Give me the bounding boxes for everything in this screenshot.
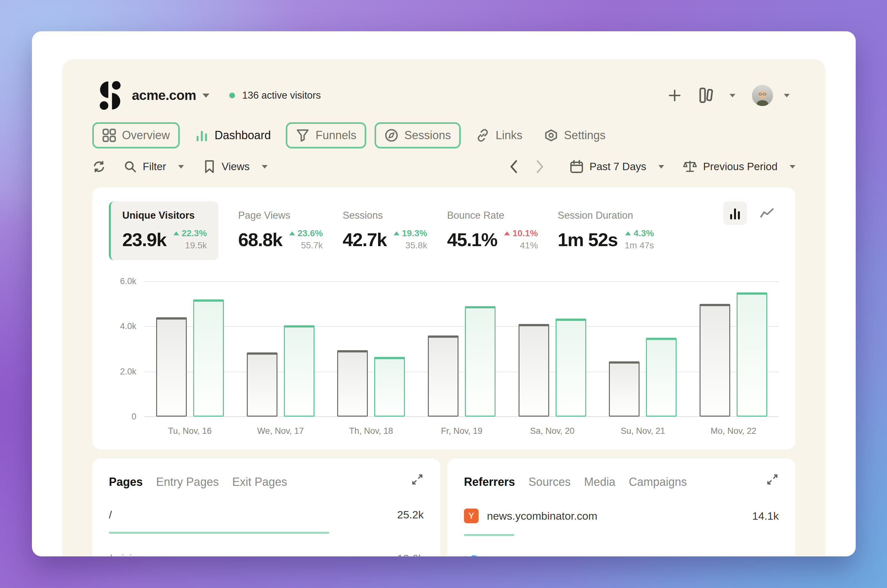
line-chart-icon bbox=[759, 206, 775, 220]
metric-delta: 22.3% bbox=[182, 228, 207, 238]
bar-previous-period[interactable] bbox=[428, 336, 459, 417]
nav-label: Sessions bbox=[404, 129, 451, 142]
tab-pages[interactable]: Pages bbox=[109, 476, 143, 489]
bar-previous-period[interactable] bbox=[519, 324, 549, 417]
active-visitors-status: 136 active visitors bbox=[229, 90, 321, 101]
compass-icon bbox=[384, 128, 398, 142]
bar-current-period[interactable] bbox=[555, 319, 586, 417]
tab-exit-pages[interactable]: Exit Pages bbox=[232, 476, 287, 489]
layout-switcher-button[interactable] bbox=[699, 87, 735, 104]
nav-item-dashboard[interactable]: Dashboard bbox=[188, 122, 278, 148]
refresh-icon bbox=[92, 160, 106, 173]
x-tick-label: Mo, Nov, 22 bbox=[688, 426, 779, 436]
nav-item-settings[interactable]: Settings bbox=[537, 122, 612, 148]
hackernews-favicon-icon: Y bbox=[464, 508, 479, 523]
bar-group bbox=[688, 281, 779, 417]
page-path-link[interactable]: / bbox=[109, 508, 112, 521]
app-window: acme.com 136 active visitors bbox=[32, 31, 856, 556]
add-site-button[interactable] bbox=[667, 88, 682, 103]
chevron-right-icon[interactable] bbox=[535, 160, 545, 174]
nav-item-sessions[interactable]: Sessions bbox=[375, 122, 461, 148]
expand-button[interactable] bbox=[411, 473, 424, 486]
hex-nut-icon bbox=[544, 128, 558, 142]
metric-value: 23.9k bbox=[122, 229, 167, 250]
expand-button[interactable] bbox=[766, 473, 779, 486]
search-icon bbox=[123, 160, 137, 173]
fathom-logo-icon bbox=[98, 81, 122, 110]
referrer-link[interactable]: twitter.com bbox=[464, 555, 539, 556]
y-tick: 0 bbox=[132, 412, 137, 422]
bar-current-period[interactable] bbox=[465, 306, 495, 417]
y-tick: 6.0k bbox=[120, 276, 137, 286]
metric-value: 1m 52s bbox=[558, 229, 618, 250]
metric-previous: 1m 47s bbox=[624, 240, 654, 250]
bar-previous-period[interactable] bbox=[247, 352, 278, 417]
x-tick-label: Su, Nov, 21 bbox=[598, 426, 688, 436]
bar-current-period[interactable] bbox=[284, 325, 315, 417]
referrer-link[interactable]: Y news.ycombinator.com bbox=[464, 508, 597, 523]
metric-previous: 19.5k bbox=[173, 240, 207, 250]
page-views-value: 25.2k bbox=[397, 508, 424, 521]
refresh-button[interactable] bbox=[92, 160, 106, 173]
page-path-link[interactable]: /pricing bbox=[109, 552, 144, 556]
nav-label: Funnels bbox=[315, 129, 356, 142]
metric-title: Page Views bbox=[238, 210, 323, 221]
metric-bounce-rate[interactable]: Bounce Rate 45.1% 10.1% 41% bbox=[447, 201, 538, 260]
chevron-down-icon bbox=[178, 165, 184, 168]
date-range-dropdown[interactable]: Past 7 Days bbox=[570, 160, 664, 174]
nav-item-funnels[interactable]: Funnels bbox=[286, 122, 366, 148]
twitter-bird-icon bbox=[464, 555, 479, 556]
x-tick-label: We, Nov, 17 bbox=[235, 426, 326, 436]
visitors-bar-chart: 6.0k 4.0k 2.0k 0 Tu, Nov, 16We, Nov, 17T… bbox=[109, 281, 779, 436]
bar-previous-period[interactable] bbox=[156, 317, 187, 417]
bar-current-period[interactable] bbox=[193, 299, 224, 417]
tab-campaigns[interactable]: Campaigns bbox=[629, 476, 687, 489]
bar-previous-period[interactable] bbox=[609, 362, 639, 417]
trend-up-icon bbox=[289, 231, 295, 235]
live-dot-icon bbox=[229, 93, 235, 98]
bar-previous-period[interactable] bbox=[699, 304, 730, 417]
bar-current-period[interactable] bbox=[646, 338, 677, 417]
tab-sources[interactable]: Sources bbox=[528, 476, 570, 489]
grid-icon bbox=[102, 128, 116, 142]
metric-session-duration[interactable]: Session Duration 1m 52s 4.3% 1m 47s bbox=[558, 201, 654, 260]
site-selector[interactable]: acme.com bbox=[132, 88, 209, 103]
filter-dropdown[interactable]: Filter bbox=[123, 160, 184, 173]
metric-page-views[interactable]: Page Views 68.8k 23.6% 55.7k bbox=[238, 201, 323, 260]
tab-media[interactable]: Media bbox=[584, 476, 615, 489]
trend-up-icon bbox=[173, 231, 179, 235]
nav-item-overview[interactable]: Overview bbox=[92, 122, 180, 148]
chevron-down-icon bbox=[789, 165, 795, 168]
plus-icon bbox=[667, 88, 682, 103]
referrer-value: 6.4k bbox=[758, 555, 779, 557]
metric-previous: 55.7k bbox=[289, 240, 323, 250]
line-chart-toggle-button[interactable] bbox=[755, 201, 779, 225]
compare-dropdown[interactable]: Previous Period bbox=[683, 159, 795, 174]
bar-chart-icon bbox=[195, 128, 209, 142]
metric-title: Session Duration bbox=[558, 210, 654, 221]
tab-entry-pages[interactable]: Entry Pages bbox=[156, 476, 219, 489]
account-menu[interactable] bbox=[752, 85, 789, 106]
referrer-domain: news.ycombinator.com bbox=[487, 510, 597, 522]
stats-row: Unique Visitors 23.9k 22.3% 19.5k Page V… bbox=[109, 201, 779, 260]
metric-sessions[interactable]: Sessions 42.7k 19.3% 35.8k bbox=[342, 201, 427, 260]
list-item: twitter.com 6.4k bbox=[464, 555, 779, 556]
bar-previous-period[interactable] bbox=[337, 350, 368, 417]
bar-group bbox=[507, 281, 598, 417]
bar-chart-toggle-button[interactable] bbox=[723, 201, 747, 225]
nav-item-links[interactable]: Links bbox=[469, 122, 529, 148]
metric-delta: 10.1% bbox=[512, 228, 538, 238]
tab-referrers[interactable]: Referrers bbox=[464, 476, 515, 489]
x-tick-label: Th, Nov, 18 bbox=[326, 426, 416, 436]
bar-current-period[interactable] bbox=[374, 357, 405, 417]
metric-unique-visitors[interactable]: Unique Visitors 23.9k 22.3% 19.5k bbox=[109, 201, 218, 260]
chevron-left-icon[interactable] bbox=[509, 160, 519, 174]
bar-current-period[interactable] bbox=[737, 292, 767, 417]
date-range-label: Past 7 Days bbox=[590, 160, 646, 173]
bottom-cards: Pages Entry Pages Exit Pages / 25.2k bbox=[92, 458, 795, 556]
referrers-card: Referrers Sources Media Campaigns Y bbox=[447, 458, 795, 556]
trend-up-icon bbox=[504, 231, 510, 235]
views-dropdown[interactable]: Views bbox=[203, 160, 267, 174]
bar-group bbox=[235, 281, 326, 417]
plot-area bbox=[145, 281, 779, 417]
